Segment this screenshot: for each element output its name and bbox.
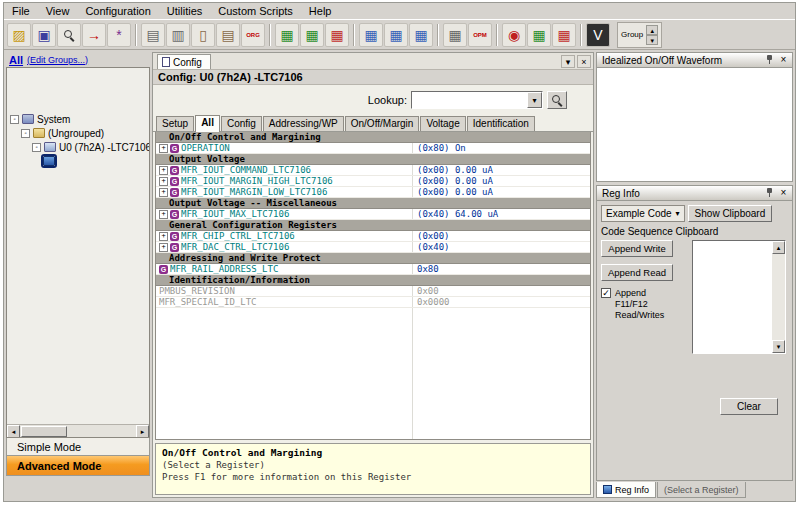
register-row-mfr-rail-address-ltc[interactable]: GMFR_RAIL_ADDRESS_LTC0x80 <box>156 264 590 275</box>
fault-chip-icon[interactable]: ▦ <box>552 23 576 47</box>
menu-configuration[interactable]: Configuration <box>77 4 158 18</box>
clear-button[interactable]: Clear <box>720 398 778 415</box>
register-row-mfr-iout-margin-low-ltc7106[interactable]: +GMFR_IOUT_MARGIN_LOW_LTC7106(0x00) 0.00… <box>156 187 590 198</box>
nvm-write-icon[interactable]: ▦ <box>443 23 467 47</box>
group-all-label[interactable]: All <box>9 54 23 66</box>
tree-horizontal-scrollbar[interactable]: ◂ ▸ <box>7 424 149 437</box>
menu-help[interactable]: Help <box>301 4 340 18</box>
save-file-icon[interactable]: ▣ <box>32 23 56 47</box>
paste-icon[interactable]: ▯ <box>191 23 215 47</box>
edit-groups-link[interactable]: (Edit Groups...) <box>27 55 88 65</box>
copy-icon[interactable]: ▥ <box>166 23 190 47</box>
document-close-icon[interactable]: × <box>577 55 591 68</box>
ram-sync-icon[interactable]: ▦ <box>409 23 433 47</box>
register-row-mfr-iout-command-ltc7106[interactable]: +GMFR_IOUT_COMMAND_LTC7106(0x00) 0.00 uA <box>156 165 590 176</box>
listbox-scrollbar[interactable]: ▴ ▾ <box>772 241 785 353</box>
ram-read-icon[interactable]: ▦ <box>300 23 324 47</box>
tree-expander-icon[interactable]: - <box>21 129 30 138</box>
close-icon[interactable]: × <box>778 54 789 66</box>
register-row-mfr-special-id-ltc[interactable]: MFR_SPECIAL_ID_LTC0x0000 <box>156 297 590 308</box>
example-code-dropdown[interactable]: Example Code ▾ <box>601 205 685 222</box>
pin-icon[interactable] <box>765 187 774 199</box>
scroll-right-icon[interactable]: ▸ <box>136 425 149 438</box>
tab-voltage[interactable]: Voltage <box>420 116 465 131</box>
pc-to-ram-icon[interactable]: ▦ <box>359 23 383 47</box>
vertical-logo-icon[interactable]: V <box>586 23 610 47</box>
tree-node-system[interactable]: -System <box>7 112 149 126</box>
tree-expander-icon[interactable]: - <box>32 143 41 152</box>
menu-custom-scripts[interactable]: Custom Scripts <box>210 4 301 18</box>
lookup-combobox[interactable]: ▾ <box>411 91 543 109</box>
section-header-addressing-and-write-protect[interactable]: Addressing and Write Protect <box>156 253 590 264</box>
section-header-output-voltage-miscellaneous[interactable]: Output Voltage -- Miscellaneous <box>156 198 590 209</box>
scroll-thumb[interactable] <box>21 426 67 437</box>
register-row-mfr-iout-margin-high-ltc7106[interactable]: +GMFR_IOUT_MARGIN_HIGH_LTC7106(0x00) 0.0… <box>156 176 590 187</box>
ram-to-pc-icon[interactable]: ▦ <box>384 23 408 47</box>
tab-all[interactable]: All <box>195 115 220 132</box>
tree-node-item[interactable] <box>7 154 149 168</box>
dock-tab-reg-info[interactable]: Reg Info <box>596 482 656 498</box>
magic-wand-icon[interactable]: * <box>107 23 131 47</box>
pin-icon[interactable] <box>765 54 774 66</box>
expand-icon[interactable]: + <box>159 144 168 153</box>
section-header-output-voltage[interactable]: Output Voltage <box>156 154 590 165</box>
dock-tab-select-a-register[interactable]: (Select a Register) <box>657 482 746 498</box>
telemetry-clock-icon[interactable]: ◉ <box>502 23 526 47</box>
opm-icon[interactable]: OPM <box>468 23 492 47</box>
spin-down-icon[interactable]: ▾ <box>646 35 658 45</box>
tab-identification[interactable]: Identification <box>467 116 535 131</box>
tab-on-off-margin[interactable]: On/Off/Margin <box>345 116 420 131</box>
import-icon[interactable]: → <box>82 23 106 47</box>
tab-addressing-wp[interactable]: Addressing/WP <box>263 116 344 131</box>
clipboard-icon[interactable]: ▤ <box>216 23 240 47</box>
expand-icon[interactable]: + <box>159 232 168 241</box>
tab-config[interactable]: Config <box>221 116 262 131</box>
section-header-general-configuration-registers[interactable]: General Configuration Registers <box>156 220 590 231</box>
advanced-mode-button[interactable]: Advanced Mode <box>6 456 150 476</box>
ram-write-icon[interactable]: ▦ <box>275 23 299 47</box>
menu-utilities[interactable]: Utilities <box>159 4 210 18</box>
expand-icon[interactable]: + <box>159 166 168 175</box>
tab-config-document[interactable]: Config <box>157 54 211 69</box>
ram-clear-icon[interactable]: ▦ <box>325 23 349 47</box>
expand-icon[interactable]: + <box>159 210 168 219</box>
menu-file[interactable]: File <box>4 4 38 18</box>
register-row-operation[interactable]: +GOPERATION(0x80) On <box>156 143 590 154</box>
lookup-search-button[interactable] <box>547 91 567 109</box>
code-sequence-listbox[interactable]: ▴ ▾ <box>692 240 786 354</box>
group-spinner[interactable]: Group▴▾ <box>617 22 662 48</box>
register-row-mfr-iout-max-ltc7106[interactable]: +GMFR_IOUT_MAX_LTC7106(0x40) 64.00 uA <box>156 209 590 220</box>
register-row-mfr-dac-ctrl-ltc7106[interactable]: +GMFR_DAC_CTRL_LTC7106(0x40) <box>156 242 590 253</box>
tree-expander-icon[interactable]: - <box>10 115 19 124</box>
tree-node-ungrouped[interactable]: -(Ungrouped) <box>7 126 149 140</box>
scroll-left-icon[interactable]: ◂ <box>7 425 20 438</box>
notes-icon[interactable]: ▤ <box>141 23 165 47</box>
register-grid[interactable]: On/Off Control and Margining+GOPERATION(… <box>155 132 591 440</box>
section-header-identification-information[interactable]: Identification/Information <box>156 275 590 286</box>
tree-node-u0-7h2a-ltc7106[interactable]: -U0 (7h2A) -LTC7106 <box>7 140 149 154</box>
expand-icon[interactable]: + <box>159 243 168 252</box>
spin-up-icon[interactable]: ▴ <box>646 25 658 35</box>
register-row-pmbus-revision[interactable]: PMBUS_REVISION0x00 <box>156 286 590 297</box>
section-header-on-off-control-and-margining[interactable]: On/Off Control and Margining <box>156 132 590 143</box>
open-file-icon[interactable]: ▨ <box>7 23 31 47</box>
register-row-mfr-chip-ctrl-ltc7106[interactable]: +GMFR_CHIP_CTRL_LTC7106(0x00) <box>156 231 590 242</box>
scan-chip-icon[interactable]: ▦ <box>527 23 551 47</box>
expand-icon[interactable]: + <box>159 177 168 186</box>
append-write-button[interactable]: Append Write <box>601 240 673 257</box>
append-f-checkbox[interactable]: ✓ <box>601 288 611 298</box>
simple-mode-button[interactable]: Simple Mode <box>6 438 150 456</box>
tab-setup[interactable]: Setup <box>156 116 194 131</box>
show-clipboard-button[interactable]: Show Clipboard <box>688 205 773 222</box>
document-menu-icon[interactable]: ▾ <box>561 55 575 68</box>
scroll-down-icon[interactable]: ▾ <box>772 340 785 353</box>
close-icon[interactable]: × <box>778 187 789 199</box>
expand-icon[interactable]: + <box>159 188 168 197</box>
append-read-button[interactable]: Append Read <box>601 264 673 281</box>
menu-view[interactable]: View <box>38 4 78 18</box>
scroll-up-icon[interactable]: ▴ <box>772 241 785 254</box>
lookup-dropdown-icon[interactable]: ▾ <box>527 92 542 108</box>
org-icon[interactable]: ORG <box>241 23 265 47</box>
system-tree[interactable]: -System-(Ungrouped)-U0 (7h2A) -LTC7106 ◂… <box>6 67 150 438</box>
find-register-icon[interactable] <box>57 23 81 47</box>
